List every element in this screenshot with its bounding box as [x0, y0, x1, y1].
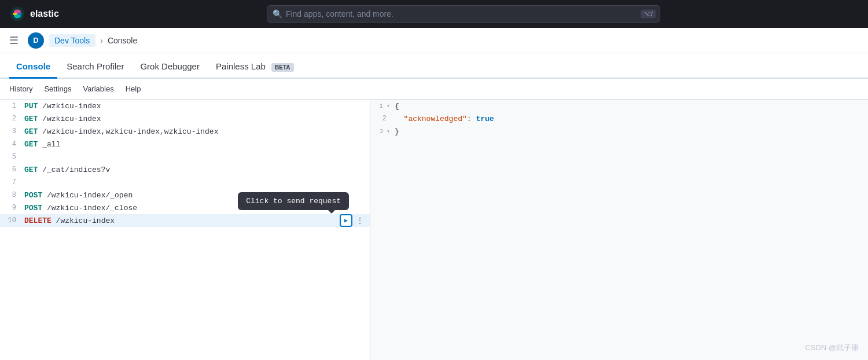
line-number-4: 4: [0, 140, 22, 148]
hamburger-menu-icon[interactable]: ☰: [9, 34, 19, 47]
breadcrumb-app[interactable]: Dev Tools: [49, 34, 95, 47]
path-3: /wzkicu-index,wzkicu-index,wzkicu-index: [38, 127, 218, 136]
toolbar-settings[interactable]: Settings: [44, 85, 71, 93]
tab-search-profiler[interactable]: Search Profiler: [60, 56, 131, 79]
method-get-3: GET: [24, 127, 38, 136]
output-line-2: 2 "acknowledged": true: [370, 112, 868, 125]
elastic-logo[interactable]: elastic: [9, 6, 59, 22]
main-content: 1 PUT /wzkicu-index 2 GET /wzkicu-index …: [0, 100, 868, 360]
editor-line-5: 5: [0, 150, 370, 163]
search-icon: 🔍: [273, 9, 282, 19]
path-10: /wzkicu-index: [52, 216, 115, 225]
method-delete-10: DELETE: [24, 216, 52, 225]
path-2: /wzkicu-index: [38, 115, 101, 123]
editor-line-6: 6 GET /_cat/indices?v: [0, 163, 370, 176]
svg-point-3: [13, 13, 17, 15]
output-content-1: {: [392, 102, 399, 111]
output-content-3: }: [392, 127, 399, 136]
output-panel: 1 ▾ { 2 "acknowledged": true 3 ▾ }: [370, 100, 868, 360]
play-button[interactable]: ▶: [340, 214, 352, 227]
line-content-3: GET /wzkicu-index,wzkicu-index,wzkicu-in…: [22, 127, 370, 136]
path-4: _all: [38, 140, 60, 149]
method-get-2: GET: [24, 115, 38, 123]
breadcrumb-separator: ›: [100, 36, 103, 45]
console-toolbar: History Settings Variables Help: [0, 79, 868, 100]
method-get-4: GET: [24, 140, 38, 149]
more-options-button[interactable]: ⋮: [354, 214, 366, 227]
tab-painless-lab[interactable]: Painless Lab BETA: [209, 56, 301, 79]
tab-bar: Console Search Profiler Grok Debugger Pa…: [0, 53, 868, 79]
line-number-3: 3: [0, 127, 22, 135]
global-search-bar[interactable]: 🔍 ⌥/: [267, 5, 660, 23]
editor-line-7: 7: [0, 176, 370, 189]
path-6: /_cat/indices?v: [38, 166, 110, 174]
line-number-1: 1: [0, 102, 22, 110]
editor-line-1: 1 PUT /wzkicu-index: [0, 100, 370, 112]
avatar[interactable]: D: [28, 32, 44, 49]
line-content-4: GET _all: [22, 140, 370, 149]
editor-line-3: 3 GET /wzkicu-index,wzkicu-index,wzkicu-…: [0, 125, 370, 138]
line-actions: ▶ ⋮: [340, 214, 366, 227]
output-content-2: "acknowledged": true: [392, 115, 494, 123]
method-put-1: PUT: [24, 102, 38, 111]
editor-line-8: 8 POST /wzkicu-index/_open: [0, 189, 370, 201]
line-number-7: 7: [0, 178, 22, 186]
line-content-2: GET /wzkicu-index: [22, 115, 370, 123]
line-number-6: 6: [0, 166, 22, 174]
path-8: /wzkicu-index/_open: [42, 191, 133, 200]
line-number-5: 5: [0, 153, 22, 161]
method-get-6: GET: [24, 166, 38, 174]
line-content-6: GET /_cat/indices?v: [22, 166, 370, 174]
elastic-wordmark: elastic: [30, 9, 59, 19]
path-1: /wzkicu-index: [38, 102, 101, 111]
json-colon: :: [467, 115, 476, 123]
editor-panel[interactable]: 1 PUT /wzkicu-index 2 GET /wzkicu-index …: [0, 100, 370, 360]
line-content-9: POST /wzkicu-index/_close: [22, 204, 370, 212]
elastic-logo-svg: [9, 6, 25, 22]
line-number-8: 8: [0, 191, 22, 199]
line-number-9: 9: [0, 204, 22, 212]
json-value-acknowledged: true: [476, 115, 494, 123]
line-content-8: POST /wzkicu-index/_open: [22, 191, 370, 200]
svg-point-4: [18, 13, 22, 15]
toolbar-variables[interactable]: Variables: [83, 85, 113, 93]
path-9: /wzkicu-index/_close: [42, 204, 137, 212]
line-number-10: 10: [0, 216, 22, 225]
output-line-num-3: 3 ▾: [370, 128, 392, 135]
output-line-num-1: 1 ▾: [370, 102, 392, 109]
method-post-8: POST: [24, 191, 42, 200]
search-shortcut-badge: ⌥/: [641, 10, 656, 19]
json-key-acknowledged: "acknowledged": [395, 115, 467, 123]
line-number-2: 2: [0, 115, 22, 123]
global-search-input[interactable]: [267, 5, 660, 23]
editor-line-2: 2 GET /wzkicu-index: [0, 112, 370, 125]
output-line-num-2: 2: [370, 115, 392, 123]
top-navigation: elastic 🔍 ⌥/: [0, 0, 868, 28]
breadcrumb-bar: ☰ D Dev Tools › Console: [0, 28, 868, 53]
tab-console[interactable]: Console: [9, 56, 57, 79]
editor-line-9: 9 POST /wzkicu-index/_close: [0, 201, 370, 214]
output-line-1: 1 ▾ {: [370, 100, 868, 112]
tab-grok-debugger[interactable]: Grok Debugger: [133, 56, 207, 79]
line-content-1: PUT /wzkicu-index: [22, 102, 370, 111]
line-content-10: DELETE /wzkicu-index: [22, 216, 340, 225]
beta-badge: BETA: [271, 63, 293, 72]
toolbar-history[interactable]: History: [9, 85, 32, 93]
method-post-9: POST: [24, 204, 42, 212]
output-line-3: 3 ▾ }: [370, 125, 868, 138]
toolbar-help[interactable]: Help: [126, 85, 141, 93]
breadcrumb-page: Console: [108, 36, 137, 45]
editor-line-10[interactable]: 10 DELETE /wzkicu-index Click to send re…: [0, 214, 370, 227]
editor-line-4: 4 GET _all: [0, 138, 370, 150]
